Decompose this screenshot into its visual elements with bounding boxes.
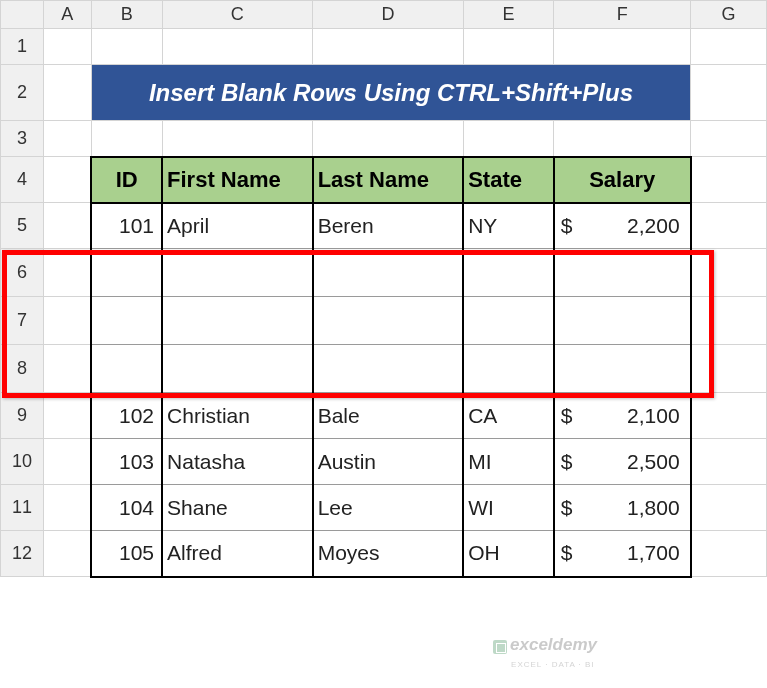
table-cell-first[interactable]: Alfred [162,531,313,577]
cell[interactable] [43,121,91,157]
table-header-last[interactable]: Last Name [313,157,464,203]
cell[interactable] [691,297,767,345]
cell[interactable] [691,203,767,249]
spreadsheet-grid[interactable]: A B C D E F G 1 2 Insert Blank Rows Usin… [0,0,767,578]
row-head-4[interactable]: 4 [1,157,44,203]
cell[interactable] [43,157,91,203]
cell[interactable] [43,485,91,531]
cell[interactable] [691,485,767,531]
table-header-salary[interactable]: Salary [554,157,691,203]
table-cell-first[interactable]: Christian [162,393,313,439]
cell[interactable] [162,29,313,65]
cell[interactable] [91,29,162,65]
table-cell-state[interactable]: WI [463,485,554,531]
cell[interactable] [43,393,91,439]
table-cell-state[interactable]: MI [463,439,554,485]
table-cell-state[interactable]: NY [463,203,554,249]
cell[interactable] [43,439,91,485]
cell[interactable] [691,157,767,203]
row-head-12[interactable]: 12 [1,531,44,577]
blank-cell[interactable] [91,297,162,345]
table-cell-salary[interactable]: $2,500 [554,439,691,485]
table-cell-salary[interactable]: $1,700 [554,531,691,577]
table-cell-id[interactable]: 104 [91,485,162,531]
cell[interactable] [691,393,767,439]
cell[interactable] [691,531,767,577]
cell[interactable] [554,121,691,157]
select-all-corner[interactable] [1,1,44,29]
table-header-state[interactable]: State [463,157,554,203]
cell[interactable] [691,439,767,485]
blank-cell[interactable] [91,345,162,393]
cell[interactable] [691,345,767,393]
row-head-5[interactable]: 5 [1,203,44,249]
table-cell-first[interactable]: April [162,203,313,249]
blank-cell[interactable] [554,345,691,393]
table-cell-first[interactable]: Shane [162,485,313,531]
cell[interactable] [43,531,91,577]
table-cell-last[interactable]: Beren [313,203,464,249]
row-head-7[interactable]: 7 [1,297,44,345]
cell[interactable] [91,121,162,157]
row-head-8[interactable]: 8 [1,345,44,393]
cell[interactable] [313,121,464,157]
cell[interactable] [313,29,464,65]
table-cell-first[interactable]: Natasha [162,439,313,485]
row-head-1[interactable]: 1 [1,29,44,65]
row-head-11[interactable]: 11 [1,485,44,531]
blank-cell[interactable] [313,249,464,297]
cell[interactable] [43,65,91,121]
cell[interactable] [691,121,767,157]
col-head-a[interactable]: A [43,1,91,29]
col-head-c[interactable]: C [162,1,313,29]
table-cell-salary[interactable]: $2,100 [554,393,691,439]
col-head-b[interactable]: B [91,1,162,29]
table-cell-last[interactable]: Lee [313,485,464,531]
table-cell-id[interactable]: 102 [91,393,162,439]
cell[interactable] [43,297,91,345]
cell[interactable] [43,29,91,65]
table-cell-last[interactable]: Austin [313,439,464,485]
blank-cell[interactable] [162,249,313,297]
cell[interactable] [162,121,313,157]
blank-cell[interactable] [313,297,464,345]
row-head-9[interactable]: 9 [1,393,44,439]
cell[interactable] [463,121,554,157]
table-cell-salary[interactable]: $1,800 [554,485,691,531]
blank-cell[interactable] [463,297,554,345]
table-cell-state[interactable]: OH [463,531,554,577]
table-cell-id[interactable]: 101 [91,203,162,249]
cell[interactable] [691,65,767,121]
col-head-e[interactable]: E [463,1,554,29]
table-cell-state[interactable]: CA [463,393,554,439]
blank-cell[interactable] [313,345,464,393]
table-cell-id[interactable]: 103 [91,439,162,485]
table-header-first[interactable]: First Name [162,157,313,203]
cell[interactable] [691,29,767,65]
blank-cell[interactable] [463,249,554,297]
blank-cell[interactable] [554,297,691,345]
col-head-d[interactable]: D [313,1,464,29]
row-head-2[interactable]: 2 [1,65,44,121]
row-head-10[interactable]: 10 [1,439,44,485]
blank-cell[interactable] [463,345,554,393]
col-head-f[interactable]: F [554,1,691,29]
blank-cell[interactable] [162,297,313,345]
cell[interactable] [463,29,554,65]
table-cell-salary[interactable]: $2,200 [554,203,691,249]
cell[interactable] [554,29,691,65]
row-head-6[interactable]: 6 [1,249,44,297]
blank-cell[interactable] [91,249,162,297]
blank-cell[interactable] [554,249,691,297]
cell[interactable] [691,249,767,297]
cell[interactable] [43,203,91,249]
cell[interactable] [43,345,91,393]
table-cell-last[interactable]: Moyes [313,531,464,577]
table-header-id[interactable]: ID [91,157,162,203]
col-head-g[interactable]: G [691,1,767,29]
blank-cell[interactable] [162,345,313,393]
row-head-3[interactable]: 3 [1,121,44,157]
table-cell-last[interactable]: Bale [313,393,464,439]
cell[interactable] [43,249,91,297]
table-cell-id[interactable]: 105 [91,531,162,577]
